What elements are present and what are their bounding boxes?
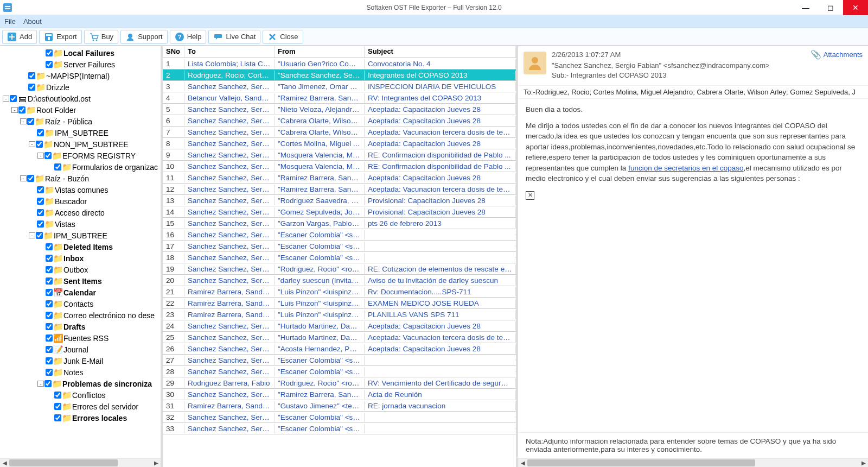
table-row[interactable]: 1Lista Colombia; Lista Colo..."Usuario G…	[163, 58, 516, 70]
tree-item[interactable]: 📝Journal	[2, 344, 161, 355]
tree-item[interactable]: 📁Acceso directo	[2, 207, 161, 218]
expander-icon[interactable]: -	[29, 232, 35, 238]
tree-checkbox[interactable]	[46, 323, 53, 330]
table-row[interactable]: 30Sanchez Sanchez, Sergio F..."Ramirez B…	[163, 389, 516, 400]
tree-checkbox[interactable]	[46, 266, 53, 273]
tree-checkbox[interactable]	[37, 220, 44, 228]
tree-item[interactable]: 📁Formularios de organizac	[2, 161, 161, 173]
tree-item[interactable]: 📁Outbox	[2, 264, 161, 275]
tree-item[interactable]: 📁Junk E-Mail	[2, 355, 161, 367]
tree-checkbox[interactable]	[46, 300, 53, 307]
export-button[interactable]: Export	[39, 30, 82, 44]
table-row[interactable]: 11Sanchez Sanchez, Sergio F..."Ramirez B…	[163, 172, 516, 184]
tree-item[interactable]: 📁Conflictos	[2, 389, 161, 401]
tree-checkbox[interactable]	[54, 403, 61, 410]
header-to[interactable]: To	[184, 46, 275, 58]
tree-item[interactable]: -📁Root Folder	[2, 104, 161, 116]
tree-item[interactable]: 📁Correo electrónico no dese	[2, 310, 161, 321]
tree-scrollbar[interactable]: ◀ ▶	[0, 458, 161, 467]
table-row[interactable]: 28Sanchez Sanchez, Sergio F..."Escaner C…	[163, 366, 516, 377]
table-row[interactable]: 21Ramirez Barrera, Sandra ..."Luis Pinzo…	[163, 286, 516, 298]
tree-checkbox[interactable]	[46, 312, 53, 319]
grid-body[interactable]: 1Lista Colombia; Lista Colo..."Usuario G…	[163, 58, 516, 467]
support-button[interactable]: Support	[120, 30, 168, 44]
tree-item[interactable]: -📁Raíz - Pública	[2, 116, 161, 127]
tree-item[interactable]: 📁Server Failures	[2, 59, 161, 70]
tree-checkbox[interactable]	[44, 152, 52, 159]
table-row[interactable]: 20Sanchez Sanchez, Sergio F..."darley su…	[163, 275, 516, 286]
minimize-button[interactable]: —	[793, 0, 818, 15]
tree-item[interactable]: 📁Vistas	[2, 218, 161, 230]
tree-item[interactable]: 📁IPM_SUBTREE	[2, 127, 161, 138]
table-row[interactable]: 4Betancur Vallejo, Sandra ..."Ramirez Ba…	[163, 92, 516, 104]
tree-item[interactable]: -📁Problemas de sincroniza	[2, 378, 161, 389]
livechat-button[interactable]: Live Chat	[208, 30, 260, 44]
tree-item[interactable]: 📁Vistas comunes	[2, 184, 161, 195]
tree-checkbox[interactable]	[37, 129, 44, 136]
tree-checkbox[interactable]	[46, 277, 53, 285]
tree-item[interactable]: -📁NON_IPM_SUBTREE	[2, 138, 161, 150]
tree-checkbox[interactable]	[46, 61, 53, 68]
expander-icon[interactable]: -	[29, 141, 35, 147]
table-row[interactable]: 23Ramirez Barrera, Sandra ..."Luis Pinzo…	[163, 309, 516, 320]
attachments-link[interactable]: Attachments	[824, 51, 863, 59]
expander-icon[interactable]: -	[37, 153, 44, 159]
menu-about[interactable]: About	[23, 17, 42, 26]
table-row[interactable]: 6Sanchez Sanchez, Sergio F..."Cabrera Ol…	[163, 115, 516, 127]
table-row[interactable]: 24Sanchez Sanchez, Sergio F..."Hurtado M…	[163, 320, 516, 332]
header-sno[interactable]: SNo	[163, 46, 184, 58]
tree-checkbox[interactable]	[46, 357, 53, 364]
tree-checkbox[interactable]	[18, 106, 25, 113]
tree-item[interactable]: 📁Deleted Items	[2, 241, 161, 253]
tree-checkbox[interactable]	[37, 198, 44, 205]
tree-checkbox[interactable]	[36, 141, 43, 148]
body-link[interactable]: funcion de secretarios en el copaso	[628, 164, 743, 172]
tree-item[interactable]: 📁Contacts	[2, 298, 161, 310]
tree-checkbox[interactable]	[27, 118, 34, 125]
table-row[interactable]: 17Sanchez Sanchez, Sergio F..."Escaner C…	[163, 241, 516, 252]
table-row[interactable]: 19Sanchez Sanchez, Sergio F..."Rodriguez…	[163, 263, 516, 275]
tree-checkbox[interactable]	[54, 163, 61, 171]
table-row[interactable]: 16Sanchez Sanchez, Sergio F..."Escaner C…	[163, 229, 516, 241]
tree-checkbox[interactable]	[27, 175, 34, 182]
table-row[interactable]: 29Rodriguez Barrera, Fabio"Rodriguez, Ro…	[163, 377, 516, 389]
tree-item[interactable]: 📁Sent Items	[2, 275, 161, 287]
tree-checkbox[interactable]	[46, 346, 53, 353]
tree-item[interactable]: 📁Errores del servidor	[2, 401, 161, 412]
tree-checkbox[interactable]	[46, 369, 53, 376]
tree-item[interactable]: 📁Notes	[2, 367, 161, 378]
tree-item[interactable]: 📅Calendar	[2, 287, 161, 298]
tree-item[interactable]: 📶Fuentes RSS	[2, 332, 161, 344]
scroll-right-icon[interactable]: ▶	[151, 458, 161, 467]
maximize-button[interactable]: ◻	[818, 0, 843, 15]
tree-checkbox[interactable]	[46, 243, 53, 250]
header-subject[interactable]: Subject	[365, 46, 516, 58]
tree-checkbox[interactable]	[44, 380, 52, 387]
table-row[interactable]: 27Sanchez Sanchez, Sergio F..."Escaner C…	[163, 355, 516, 366]
tree-checkbox[interactable]	[54, 414, 61, 421]
tree-item[interactable]: 📁~MAPISP(Internal)	[2, 70, 161, 81]
tree-item[interactable]: 📁Local Failures	[2, 47, 161, 59]
tree-item[interactable]: 📁Drafts	[2, 321, 161, 332]
table-row[interactable]: 2Rodriguez, Rocio; Cortes ..."Sanchez Sa…	[163, 70, 516, 81]
tree-item[interactable]: 📁Buscador	[2, 195, 161, 207]
scroll-right-icon[interactable]: ▶	[859, 458, 868, 467]
table-row[interactable]: 18Sanchez Sanchez, Sergio F..."Escaner C…	[163, 252, 516, 263]
close-button[interactable]: Close	[263, 30, 303, 44]
tree-item[interactable]: -🖴D:\ost\outlookd.ost	[2, 93, 161, 104]
table-row[interactable]: 26Sanchez Sanchez, Sergio F..."Acosta He…	[163, 343, 516, 355]
tree-checkbox[interactable]	[28, 72, 35, 79]
table-row[interactable]: 15Sanchez Sanchez, Sergio F..."Garzon Va…	[163, 218, 516, 229]
preview-scrollbar[interactable]: ◀ ▶	[518, 458, 868, 467]
tree-item[interactable]: 📁Drizzle	[2, 81, 161, 93]
add-button[interactable]: Add	[2, 30, 37, 44]
tree-item[interactable]: -📁Raíz - Buzón	[2, 173, 161, 184]
expander-icon[interactable]: -	[37, 381, 44, 387]
tree-checkbox[interactable]	[46, 335, 53, 342]
tree-checkbox[interactable]	[37, 186, 44, 193]
tree-checkbox[interactable]	[36, 232, 43, 239]
table-row[interactable]: 8Sanchez Sanchez, Sergio F..."Cortes Mol…	[163, 138, 516, 149]
tree-checkbox[interactable]	[37, 209, 44, 216]
table-row[interactable]: 32Sanchez Sanchez, Sergio F..."Escaner C…	[163, 412, 516, 423]
tree-item[interactable]: -📁IPM_SUBTREE	[2, 230, 161, 241]
